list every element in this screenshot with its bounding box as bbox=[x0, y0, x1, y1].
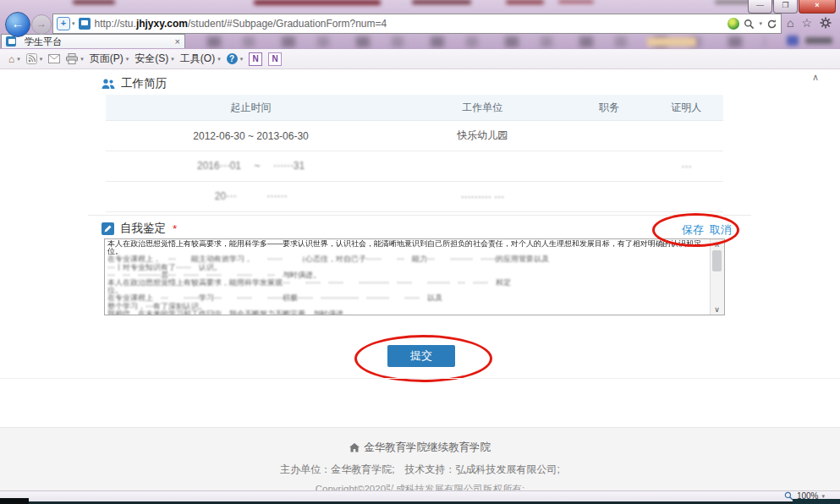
table-row: 2016⋯01 ~ ⋯⋯31 ⋯ bbox=[106, 151, 723, 182]
textarea-line: 在专业课程上， ⋯ 能主动有效学习， ⋯⋯ （心态佳，对自己子⋯⋯ ⋯ 能力⋯ … bbox=[107, 255, 710, 263]
help-button[interactable]: ? ▾ bbox=[227, 53, 244, 64]
feeds-button[interactable]: ▾ bbox=[26, 53, 43, 64]
required-asterisk: * bbox=[173, 222, 177, 235]
cell-unit: 快乐幼儿园 bbox=[396, 121, 568, 151]
back-button[interactable]: ← bbox=[5, 12, 30, 37]
onenote-send-icon[interactable]: N bbox=[268, 52, 282, 66]
users-icon bbox=[102, 79, 115, 90]
work-history-table: 起止时间 工作单位 职务 证明人 2012-06-30 ~ 2013-06-30… bbox=[106, 95, 723, 212]
home-icon[interactable]: ⌂ bbox=[787, 16, 793, 30]
search-dropdown-icon[interactable]: ▾ bbox=[759, 20, 762, 27]
cell-period: 2012-06-30 ~ 2013-06-30 bbox=[106, 121, 396, 151]
forward-button[interactable]: → bbox=[31, 14, 52, 35]
edit-pencil-icon bbox=[102, 222, 114, 235]
textarea-line: 本人在政治思想觉悟上有较高要求，能用科学发展观⋯ ⋯⋯ ⋯⋯ ⋯⋯⋯⋯ ⋯⋯ ⋯… bbox=[107, 279, 710, 287]
tab-favicon-icon bbox=[6, 36, 16, 47]
section-title: 工作简历 bbox=[121, 76, 167, 91]
read-mail-button[interactable] bbox=[48, 54, 60, 63]
self-assessment-textarea[interactable]: 本人在政治思想觉悟上有较高要求，能用科学多——要求认识世界，认识社会，能清晰地意… bbox=[104, 238, 725, 315]
menu-safety[interactable]: 安全(S) ▾ bbox=[135, 52, 174, 66]
status-bar bbox=[0, 490, 840, 501]
textarea-line: 整个学习，⋯有了深刻认识。 bbox=[107, 303, 710, 310]
maximize-button[interactable]: ❐ bbox=[773, 0, 798, 14]
cell-duty bbox=[568, 182, 649, 212]
cell-duty bbox=[568, 121, 649, 151]
search-icon[interactable] bbox=[744, 19, 755, 30]
taskbar-corner-right bbox=[793, 499, 840, 504]
background-window-artifact bbox=[73, 0, 115, 4]
minimize-button[interactable]: — bbox=[748, 0, 772, 14]
textarea-line: 本人在政治思想觉悟上有较高要求，能用科学多——要求认识世界，认识社会，能清晰地意… bbox=[107, 240, 710, 248]
background-window-artifact bbox=[647, 37, 696, 47]
chevron-down-icon: ▾ bbox=[240, 56, 244, 63]
print-button[interactable]: ▾ bbox=[66, 53, 84, 64]
page-content: ∧ ∨ 工作简历 起止时间 工作单位 职务 证明人 2012-06-30 ~ 2… bbox=[0, 69, 840, 490]
cell-witness: ⋯ bbox=[649, 151, 723, 182]
close-button[interactable]: × bbox=[799, 0, 836, 14]
column-duty: 职务 bbox=[568, 95, 649, 121]
chevron-down-icon: ▾ bbox=[80, 56, 84, 63]
annotation-ellipse-save bbox=[652, 213, 739, 247]
page-footer: 金华教育学院继续教育学院 主办单位：金华教育学院; 技术支持：弘成科技发展有限公… bbox=[0, 427, 840, 491]
window-controls: — ❐ × bbox=[747, 0, 836, 14]
browser-window: { "icons": { "back": "←", "forward": "→"… bbox=[0, 0, 840, 504]
textarea-line: ⋯ ⋯ ⋯⋯⋯居⋯ ⋯⋯ ⋯⋯ ⋯⋯ ⋯ 与时俱进。 bbox=[107, 271, 710, 279]
refresh-icon[interactable] bbox=[766, 19, 777, 30]
menu-page[interactable]: 页面(P) ▾ bbox=[90, 52, 129, 66]
scrollbar-thumb[interactable] bbox=[712, 250, 722, 271]
page-scroll-up-icon[interactable]: ∧ bbox=[812, 72, 819, 83]
work-history-header: 工作简历 bbox=[102, 76, 167, 91]
scroll-down-icon[interactable]: ∨ bbox=[711, 305, 723, 314]
textarea-scrollbar[interactable]: ∧ ∨ bbox=[710, 239, 724, 315]
background-window-artifact bbox=[787, 36, 799, 46]
textarea-line: 位。 bbox=[107, 248, 710, 255]
cell-period: 20⋯ ⋯⋯ bbox=[106, 182, 396, 212]
rss-icon bbox=[26, 53, 37, 64]
tab-title: 学生平台 bbox=[25, 36, 171, 48]
menu-tools[interactable]: 工具(O) ▾ bbox=[180, 52, 221, 66]
section-divider bbox=[88, 215, 751, 216]
chevron-down-icon: ▾ bbox=[217, 56, 221, 63]
background-window-artifact bbox=[558, 0, 594, 3]
textarea-text: 本人在政治思想觉悟上有较高要求，能用科学多——要求认识世界，认识社会，能清晰地意… bbox=[107, 240, 710, 315]
tab-close-icon[interactable]: × bbox=[175, 37, 180, 47]
background-window-artifact bbox=[412, 0, 471, 4]
url-text[interactable]: http://stu.jhjyxy.com/student/#Subpage/G… bbox=[95, 18, 728, 30]
background-window-artifact bbox=[506, 0, 544, 4]
self-assessment-header: 自我鉴定* bbox=[102, 221, 177, 236]
textarea-line: 我相信，在未来的学习和工作日中，我会不断努力不断完善，与时俱进。 bbox=[107, 310, 710, 315]
site-favicon-icon bbox=[79, 18, 91, 30]
printer-icon bbox=[66, 53, 78, 64]
column-period: 起止时间 bbox=[106, 95, 396, 121]
textarea-line: 在专业课程上 ⋯ ⋯⋯学习⋯ ⋯⋯ ⋯⋯积极⋯⋯ ⋯⋯⋯⋯⋯ ⋯⋯⋯ ⋯⋯ 以及 bbox=[107, 294, 710, 302]
address-bar[interactable]: + ▾ http://stu.jhjyxy.com/student/#Subpa… bbox=[52, 14, 782, 34]
section-title: 自我鉴定 bbox=[120, 221, 166, 236]
table-row: 20⋯ ⋯⋯ ⋯⋯⋯ ⋯ bbox=[106, 182, 723, 212]
chevron-down-icon: ▾ bbox=[171, 56, 174, 63]
form-bottom-border bbox=[0, 378, 840, 379]
cell-unit bbox=[396, 151, 568, 182]
footer-host-line: 主办单位：金华教育学院; 技术支持：弘成科技发展有限公司; bbox=[0, 463, 840, 477]
onenote-linked-notes-icon[interactable]: N bbox=[249, 52, 262, 66]
gear-icon[interactable] bbox=[820, 17, 832, 29]
compatibility-view-icon[interactable] bbox=[727, 18, 739, 30]
taskbar-corner-left bbox=[0, 498, 29, 504]
house-icon bbox=[349, 443, 360, 452]
chevron-down-icon: ▾ bbox=[126, 56, 129, 63]
cell-duty bbox=[568, 151, 649, 182]
cell-unit: ⋯⋯⋯ ⋯ bbox=[396, 182, 568, 212]
table-header-row: 起止时间 工作单位 职务 证明人 bbox=[106, 95, 723, 121]
footer-school: 金华教育学院继续教育学院 bbox=[364, 441, 491, 455]
cell-witness bbox=[649, 121, 723, 151]
quick-add-icon[interactable]: + ▾ bbox=[57, 17, 75, 30]
tab-student-platform[interactable]: 学生平台 × bbox=[1, 34, 185, 48]
textarea-line: ⋯丨对专业知识有了⋯⋯ 认识。 bbox=[107, 264, 710, 271]
home-menu-button[interactable]: ⌂ ▾ bbox=[8, 53, 20, 65]
cell-witness bbox=[649, 182, 723, 212]
column-unit: 工作单位 bbox=[396, 95, 568, 121]
background-window-artifact bbox=[254, 0, 381, 5]
chevron-down-icon: ▾ bbox=[17, 56, 20, 63]
textarea-line: 位。 bbox=[107, 287, 710, 294]
favorites-star-icon[interactable]: ☆ bbox=[801, 16, 812, 30]
chevron-down-icon: ▾ bbox=[40, 56, 43, 63]
